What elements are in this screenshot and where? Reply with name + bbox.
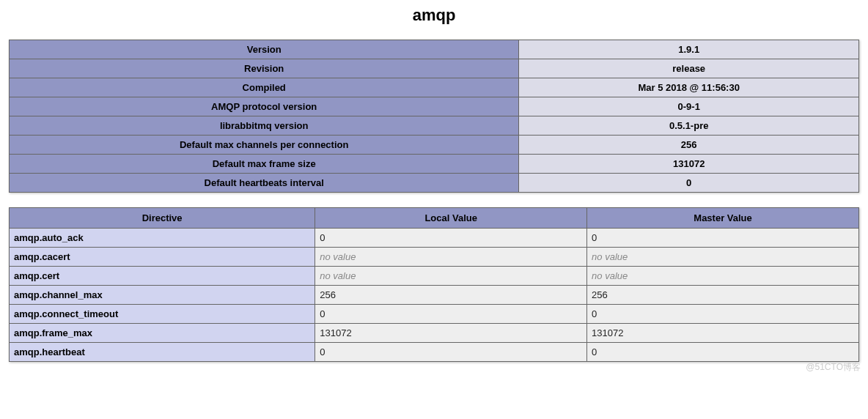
info-value: 0-9-1	[519, 97, 859, 116]
info-label: librabbitmq version	[10, 116, 519, 136]
col-local-value: Local Value	[315, 208, 587, 229]
info-value: 256	[519, 136, 859, 155]
directive-name: amqp.auto_ack	[10, 229, 315, 248]
info-label: Default heartbeats interval	[10, 174, 519, 193]
directive-master-value: no value	[587, 248, 859, 267]
directive-name: amqp.channel_max	[10, 286, 315, 305]
info-label: Default max frame size	[10, 155, 519, 174]
directives-table: Directive Local Value Master Value amqp.…	[9, 207, 859, 362]
info-row: CompiledMar 5 2018 @ 11:56:30	[10, 78, 859, 97]
table-row: amqp.heartbeat00	[10, 343, 859, 362]
module-info-body: Version1.9.1RevisionreleaseCompiledMar 5…	[10, 40, 859, 193]
directive-local-value: no value	[315, 248, 587, 267]
info-row: Default max frame size131072	[10, 155, 859, 174]
info-row: Version1.9.1	[10, 40, 859, 59]
directive-name: amqp.heartbeat	[10, 343, 315, 362]
table-row: amqp.cacertno valueno value	[10, 248, 859, 267]
directive-master-value: 0	[587, 229, 859, 248]
info-row: AMQP protocol version0-9-1	[10, 97, 859, 116]
table-row: amqp.channel_max256256	[10, 286, 859, 305]
directive-local-value: 0	[315, 343, 587, 362]
info-label: AMQP protocol version	[10, 97, 519, 116]
info-row: Default heartbeats interval0	[10, 174, 859, 193]
table-row: amqp.auto_ack00	[10, 229, 859, 248]
directive-name: amqp.cert	[10, 267, 315, 286]
info-label: Default max channels per connection	[10, 136, 519, 155]
info-label: Revision	[10, 59, 519, 78]
info-value: 1.9.1	[519, 40, 859, 59]
info-row: librabbitmq version0.5.1-pre	[10, 116, 859, 136]
directive-name: amqp.frame_max	[10, 324, 315, 343]
col-directive: Directive	[10, 208, 315, 229]
directive-local-value: 131072	[315, 324, 587, 343]
info-value: 0	[519, 174, 859, 193]
directive-name: amqp.connect_timeout	[10, 305, 315, 324]
info-row: Default max channels per connection256	[10, 136, 859, 155]
info-value: Mar 5 2018 @ 11:56:30	[519, 78, 859, 97]
directive-master-value: 131072	[587, 324, 859, 343]
directives-header-row: Directive Local Value Master Value	[10, 208, 859, 229]
directive-master-value: 256	[587, 286, 859, 305]
directives-body: amqp.auto_ack00amqp.cacertno valueno val…	[10, 229, 859, 362]
module-info-table: Version1.9.1RevisionreleaseCompiledMar 5…	[9, 40, 859, 193]
directive-master-value: 0	[587, 305, 859, 324]
page-title: amqp	[0, 0, 868, 40]
directive-master-value: 0	[587, 343, 859, 362]
directive-master-value: no value	[587, 267, 859, 286]
directive-local-value: no value	[315, 267, 587, 286]
info-value: 0.5.1-pre	[519, 116, 859, 136]
table-row: amqp.certno valueno value	[10, 267, 859, 286]
info-value: 131072	[519, 155, 859, 174]
table-row: amqp.connect_timeout00	[10, 305, 859, 324]
directive-local-value: 0	[315, 229, 587, 248]
directive-name: amqp.cacert	[10, 248, 315, 267]
watermark: @51CTO博客	[806, 361, 861, 374]
info-label: Version	[10, 40, 519, 59]
directive-local-value: 0	[315, 305, 587, 324]
info-value: release	[519, 59, 859, 78]
directive-local-value: 256	[315, 286, 587, 305]
col-master-value: Master Value	[587, 208, 859, 229]
info-label: Compiled	[10, 78, 519, 97]
info-row: Revisionrelease	[10, 59, 859, 78]
table-row: amqp.frame_max131072131072	[10, 324, 859, 343]
